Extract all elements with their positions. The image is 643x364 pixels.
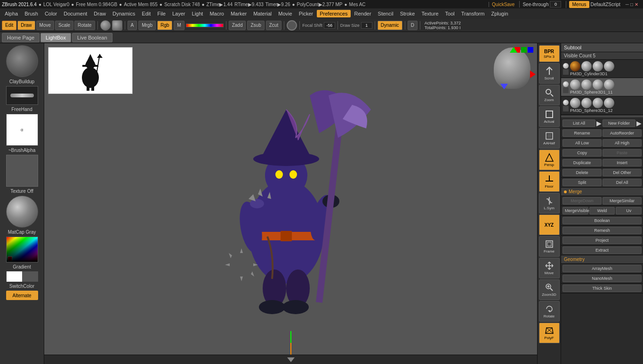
copy-button[interactable]: Copy <box>563 149 602 157</box>
a-button[interactable]: A <box>128 21 137 30</box>
menu-document[interactable]: Document <box>61 10 90 17</box>
all-high-button[interactable]: All High <box>603 139 642 147</box>
menu-stroke[interactable]: Stroke <box>397 10 418 17</box>
del-other-button[interactable]: Del Other <box>603 169 642 176</box>
matcap-preview[interactable] <box>6 196 38 228</box>
all-low-button[interactable]: All Low <box>563 139 602 147</box>
menu-stencil[interactable]: Stencil <box>375 10 396 17</box>
actual-button[interactable]: Actual <box>539 106 560 127</box>
frame-button[interactable]: Frame <box>539 236 560 257</box>
xyz-button[interactable]: XYZ <box>539 214 560 235</box>
menu-zplugin[interactable]: Zplugin <box>488 10 511 17</box>
home-page-button[interactable]: Home Page <box>2 33 40 42</box>
maximize-button[interactable]: □ <box>630 2 633 7</box>
d-button[interactable]: D <box>408 21 418 30</box>
menu-draw[interactable]: Draw <box>91 10 109 17</box>
menu-texture[interactable]: Texture <box>418 10 441 17</box>
menus-button[interactable]: Menus <box>569 1 589 8</box>
draw-size-value[interactable]: 1 <box>361 22 372 29</box>
zcut-button[interactable]: Zcut <box>266 21 281 30</box>
scroll-button[interactable]: Scroll <box>539 63 560 84</box>
merge-down-button[interactable]: MergeDown <box>563 197 602 205</box>
del-all-button[interactable]: Del All <box>603 179 642 186</box>
quicksave-label[interactable]: QuickSave <box>492 2 514 7</box>
minimize-button[interactable]: ─ <box>626 2 629 7</box>
zadd-button[interactable]: Zadd <box>229 21 246 30</box>
texture-preview[interactable] <box>6 155 38 187</box>
delete-button[interactable]: Delete <box>563 169 602 176</box>
menu-picker[interactable]: Picker <box>296 10 316 17</box>
duplicate-button[interactable]: Duplicate <box>563 159 602 166</box>
menu-macro[interactable]: Macro <box>207 10 227 17</box>
menu-material[interactable]: Material <box>250 10 274 17</box>
menu-alpha[interactable]: Alpha <box>2 10 21 17</box>
close-button[interactable]: ✕ <box>635 2 638 7</box>
rename-button[interactable]: Rename <box>563 129 602 137</box>
brush-round-icon[interactable] <box>100 20 111 31</box>
new-folder-button[interactable]: New Folder <box>603 119 635 127</box>
menu-light[interactable]: Light <box>189 10 206 17</box>
list-arrow-right[interactable]: ▶ <box>596 119 602 127</box>
switch-color[interactable] <box>6 271 38 282</box>
live-boolean-button[interactable]: Live Boolean <box>72 33 113 42</box>
scale-button[interactable]: Scale <box>55 21 73 30</box>
draw-button[interactable]: Draw <box>17 21 35 30</box>
bpr-button[interactable]: BPR SPix 3 <box>539 45 560 62</box>
boolean-button[interactable]: Boolean <box>563 217 642 224</box>
rotate-button[interactable]: Rotate <box>539 301 560 322</box>
insert-button[interactable]: Insert <box>603 159 642 166</box>
aahalf-button[interactable]: AAHalf <box>539 128 560 149</box>
menu-render[interactable]: Render <box>352 10 374 17</box>
auto-reorder-button[interactable]: AutoReorder <box>603 129 642 137</box>
menu-brush[interactable]: Brush <box>22 10 41 17</box>
split-button[interactable]: Split <box>563 179 602 186</box>
project-button[interactable]: Project <box>563 237 642 244</box>
thick-skin-button[interactable]: Thick Skin <box>563 285 642 292</box>
brush-flat-icon[interactable] <box>112 20 122 31</box>
zoom-button[interactable]: Zoom <box>539 85 560 105</box>
subtool-item-sphere11[interactable]: PM3D_Sphere3D1_11 <box>561 78 643 96</box>
snap-circle[interactable] <box>287 20 297 31</box>
m-button[interactable]: M <box>174 21 184 30</box>
zoom3d-button[interactable]: Zoom3D <box>539 279 560 300</box>
brush-preview[interactable] <box>6 45 38 77</box>
menu-color[interactable]: Color <box>42 10 60 17</box>
menu-movie[interactable]: Movie <box>275 10 295 17</box>
remesh-button[interactable]: Remesh <box>563 227 642 234</box>
geometry-section[interactable]: Geometry <box>561 255 643 264</box>
lightbox-button[interactable]: LightBox <box>40 33 71 42</box>
floor-button[interactable]: Floor <box>539 171 560 192</box>
arraymesh-button[interactable]: ArrayMesh <box>563 265 642 272</box>
menu-file[interactable]: File <box>154 10 169 17</box>
menu-tool[interactable]: Tool <box>442 10 458 17</box>
edit-button[interactable]: Edit <box>2 21 16 30</box>
folder-arrow-right[interactable]: ▶ <box>636 119 642 127</box>
move-button[interactable]: Move <box>36 21 54 30</box>
see-through-value[interactable]: 0 <box>550 1 561 8</box>
menu-transform[interactable]: Transform <box>458 10 488 17</box>
dynamic-button[interactable]: Dynamic <box>378 21 402 30</box>
persp-button[interactable]: Persp <box>539 150 560 170</box>
menu-dynamics[interactable]: Dynamics <box>110 10 138 17</box>
polyf-button[interactable]: PolyF <box>539 323 560 343</box>
mrgb-button[interactable]: Mrgb <box>138 21 156 30</box>
menu-marker[interactable]: Marker <box>228 10 249 17</box>
menu-layer[interactable]: Layer <box>169 10 188 17</box>
paste-button[interactable]: Paste <box>603 149 642 157</box>
alpha-preview[interactable]: α <box>6 114 38 146</box>
uv-button[interactable]: Uv <box>616 207 642 214</box>
move-button[interactable]: Move <box>539 258 560 278</box>
merge-similar-button[interactable]: MergeSimilar <box>603 197 642 205</box>
subtool-item-sphere12[interactable]: PM3D_Sphere3D1_12 <box>561 96 643 115</box>
zsub-button[interactable]: Zsub <box>247 21 264 30</box>
canvas-area[interactable] <box>44 43 537 364</box>
merge-visible-button[interactable]: MergeVisible <box>563 207 588 214</box>
alternate-button[interactable]: Alternate <box>6 291 38 300</box>
extract-button[interactable]: Extract <box>563 246 642 254</box>
lsym-button[interactable]: L.Sym <box>539 193 560 214</box>
list-all-button[interactable]: List All <box>563 119 595 127</box>
focal-shift-value[interactable]: -56 <box>324 22 335 29</box>
menu-preferences[interactable]: Preferences <box>317 10 350 17</box>
color-picker[interactable] <box>6 237 38 262</box>
stroke-preview[interactable] <box>6 86 38 105</box>
